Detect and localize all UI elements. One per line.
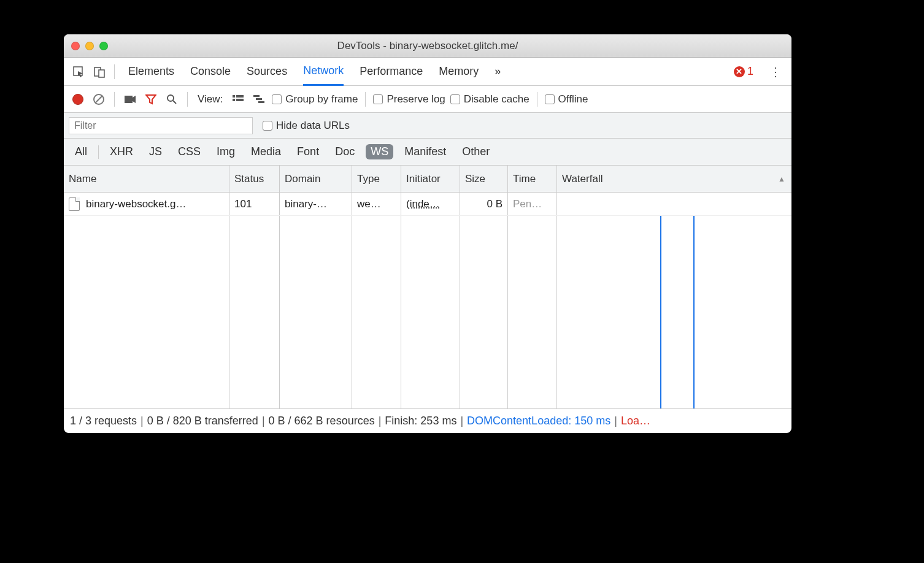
svg-rect-2	[99, 70, 104, 77]
filter-ws[interactable]: WS	[366, 144, 393, 159]
svg-line-7	[173, 101, 176, 104]
filter-input[interactable]	[69, 117, 253, 134]
group-by-frame-checkbox[interactable]: Group by frame	[272, 93, 358, 105]
checkbox-icon	[450, 94, 460, 104]
separator	[187, 92, 188, 107]
filter-all[interactable]: All	[70, 144, 92, 159]
checkbox-icon	[373, 94, 383, 104]
status-finish: Finish: 253 ms	[385, 415, 456, 427]
dcl-line	[660, 216, 661, 408]
col-type[interactable]: Type	[352, 166, 401, 192]
cell-size: 0 B	[460, 193, 508, 215]
col-time[interactable]: Time	[508, 166, 557, 192]
hide-data-urls-checkbox[interactable]: Hide data URLs	[263, 120, 350, 132]
col-status[interactable]: Status	[229, 166, 280, 192]
filter-font[interactable]: Font	[292, 144, 324, 159]
error-count: 1	[747, 65, 753, 78]
col-initiator[interactable]: Initiator	[401, 166, 460, 192]
tab-memory[interactable]: Memory	[439, 58, 479, 85]
view-label: View:	[198, 93, 223, 105]
separator	[537, 92, 537, 107]
kebab-menu-icon[interactable]: ⋮	[766, 64, 785, 79]
filter-manifest[interactable]: Manifest	[399, 144, 451, 159]
load-line	[693, 216, 695, 408]
col-size[interactable]: Size	[460, 166, 508, 192]
svg-rect-11	[236, 99, 244, 101]
tab-console[interactable]: Console	[190, 58, 231, 85]
svg-rect-8	[233, 95, 235, 98]
record-button[interactable]	[70, 91, 86, 107]
filter-doc[interactable]: Doc	[330, 144, 360, 159]
waterfall-area	[557, 216, 791, 408]
table-header: Name Status Domain Type Initiator Size T…	[64, 166, 791, 193]
svg-point-6	[167, 95, 174, 101]
filter-media[interactable]: Media	[246, 144, 286, 159]
panel-tabs: Elements Console Sources Network Perform…	[64, 58, 791, 86]
tab-sources[interactable]: Sources	[247, 58, 287, 85]
camera-icon[interactable]	[122, 91, 138, 107]
col-name[interactable]: Name	[64, 166, 229, 192]
tab-elements[interactable]: Elements	[128, 58, 174, 85]
separator	[365, 92, 366, 107]
separator	[114, 92, 115, 107]
cell-type: we…	[352, 193, 401, 215]
col-waterfall[interactable]: Waterfall	[557, 166, 791, 192]
clear-icon[interactable]	[91, 91, 107, 107]
status-dcl: DOMContentLoaded: 150 ms	[467, 415, 610, 427]
cell-initiator: (inde…	[401, 193, 460, 215]
group-by-frame-label: Group by frame	[285, 93, 358, 105]
table-row[interactable]: binary-websocket.g… 101 binary-… we… (in…	[64, 193, 791, 216]
svg-rect-10	[233, 99, 235, 101]
waterfall-view-icon[interactable]	[251, 91, 267, 107]
filter-img[interactable]: Img	[212, 144, 240, 159]
titlebar: DevTools - binary-websocket.glitch.me/	[64, 34, 791, 58]
separator	[98, 145, 99, 159]
cell-name: binary-websocket.g…	[64, 193, 229, 215]
large-rows-icon[interactable]	[230, 91, 246, 107]
offline-checkbox[interactable]: Offline	[545, 93, 588, 105]
disable-cache-label: Disable cache	[464, 93, 529, 105]
file-icon	[69, 197, 80, 211]
cell-time: Pen…	[508, 193, 557, 215]
filter-icon[interactable]	[143, 91, 159, 107]
devtools-window: DevTools - binary-websocket.glitch.me/ E…	[64, 34, 791, 433]
filter-bar: Hide data URLs	[64, 113, 791, 139]
checkbox-icon	[263, 121, 272, 131]
tabs-overflow[interactable]: »	[495, 58, 501, 85]
preserve-log-label: Preserve log	[387, 93, 445, 105]
status-transferred: 0 B / 820 B transferred	[147, 415, 258, 427]
device-toolbar-icon[interactable]	[91, 63, 108, 80]
status-bar: 1 / 3 requests | 0 B / 820 B transferred…	[64, 408, 791, 433]
filter-other[interactable]: Other	[457, 144, 495, 159]
error-badge[interactable]: ✕ 1	[734, 65, 753, 78]
search-icon[interactable]	[164, 91, 180, 107]
status-resources: 0 B / 662 B resources	[269, 415, 375, 427]
table-body: binary-websocket.g… 101 binary-… we… (in…	[64, 193, 791, 408]
svg-rect-9	[236, 95, 244, 98]
col-domain[interactable]: Domain	[280, 166, 352, 192]
tab-network[interactable]: Network	[303, 58, 344, 86]
checkbox-icon	[272, 94, 282, 104]
svg-rect-13	[256, 98, 262, 100]
offline-label: Offline	[558, 93, 588, 105]
checkbox-icon	[545, 94, 555, 104]
zoom-icon[interactable]	[99, 42, 108, 50]
filter-xhr[interactable]: XHR	[105, 144, 138, 159]
inspect-icon[interactable]	[70, 63, 87, 80]
table-empty-area	[64, 216, 791, 408]
filter-js[interactable]: JS	[144, 144, 167, 159]
svg-rect-5	[125, 96, 133, 103]
close-icon[interactable]	[71, 42, 80, 50]
minimize-icon[interactable]	[85, 42, 94, 50]
svg-rect-12	[253, 95, 260, 97]
disable-cache-checkbox[interactable]: Disable cache	[450, 93, 529, 105]
main-tabs: Elements Console Sources Network Perform…	[128, 58, 501, 85]
tab-performance[interactable]: Performance	[360, 58, 423, 85]
preserve-log-checkbox[interactable]: Preserve log	[373, 93, 445, 105]
filter-css[interactable]: CSS	[173, 144, 206, 159]
type-filter-bar: All XHR JS CSS Img Media Font Doc WS Man…	[64, 139, 791, 166]
status-requests: 1 / 3 requests	[70, 415, 137, 427]
traffic-lights	[71, 42, 108, 50]
error-icon: ✕	[734, 66, 745, 77]
cell-status: 101	[229, 193, 280, 215]
